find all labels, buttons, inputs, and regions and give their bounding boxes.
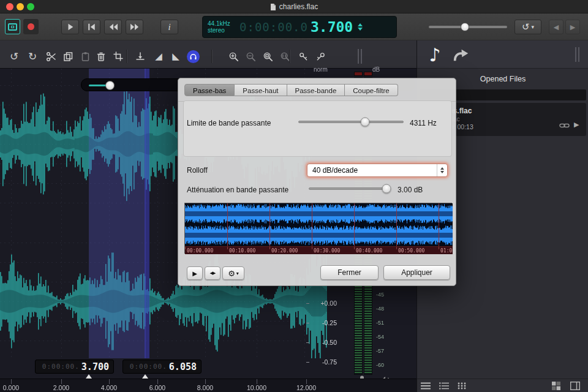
meter-label: -45 — [376, 292, 394, 298]
play-button[interactable] — [61, 20, 79, 34]
time-ruler[interactable]: 0.0002.0004.0006.0008.00010.00012.000 — [0, 379, 417, 392]
info-icon: i — [168, 22, 170, 32]
detail-view-icon[interactable] — [439, 382, 449, 390]
file-play-icon[interactable]: ▶ — [574, 121, 579, 129]
scissors-icon — [46, 51, 56, 62]
meter-label: -48 — [376, 306, 394, 312]
filter-params-group — [183, 100, 452, 157]
panel-status-bar — [417, 379, 588, 392]
files-tab[interactable]: ♪ — [424, 42, 445, 67]
zoom-fit-icon — [263, 51, 273, 62]
selection-marker-start[interactable] — [86, 374, 92, 379]
preview-timeline-label: 01:0 — [440, 248, 452, 254]
panel-layout-icon[interactable] — [570, 382, 580, 390]
zoom-selection-button[interactable] — [277, 48, 293, 64]
actions-tab[interactable] — [449, 43, 471, 67]
preview-settings-button[interactable]: ⚙▾ — [222, 266, 244, 280]
time-format-button[interactable] — [358, 23, 363, 31]
misc-tool-button-2[interactable] — [312, 48, 328, 64]
ruler-label: 4.000 — [101, 384, 117, 391]
bandwidth-slider-knob[interactable] — [361, 118, 370, 127]
tab-passe-haut[interactable]: Passe-haut — [235, 84, 287, 96]
redo-button[interactable]: ↻ — [24, 48, 40, 64]
preview-panel: 00:00.00000:10.00000:20.00000:30.00000:4… — [184, 203, 452, 254]
window-title: charlies.flac — [279, 2, 318, 11]
rolloff-stepper[interactable] — [437, 164, 447, 176]
list-view-icon[interactable] — [421, 382, 431, 390]
zoom-out-button[interactable] — [243, 48, 258, 64]
rolloff-value: 40 dB/decade — [307, 166, 437, 175]
normalize-button[interactable] — [132, 48, 148, 64]
back-button[interactable]: ◀ — [549, 20, 564, 34]
volume-slider-thumb[interactable] — [461, 23, 469, 31]
zoom-in-button[interactable] — [225, 48, 241, 64]
forward-button[interactable]: ▶ — [565, 20, 580, 34]
key-tool-icon — [299, 52, 308, 61]
ocenaudio-window: charlies.flac i 44.1kHz stereo 0:00:00.0… — [0, 0, 588, 392]
paste-button[interactable] — [77, 48, 93, 64]
fast-forward-button[interactable] — [126, 20, 143, 34]
record-button[interactable] — [23, 19, 39, 34]
bandwidth-label: Limite de bande passante — [187, 119, 271, 127]
clip-led-right — [364, 72, 372, 76]
undo-button[interactable]: ↺ — [6, 48, 22, 64]
preview-waveform-canvas[interactable] — [185, 203, 453, 246]
volume-slider[interactable] — [429, 26, 507, 28]
preview-timeline-label: 00:00.000 — [187, 248, 213, 254]
ruler-label: 12.000 — [296, 384, 316, 391]
zoom-selection-icon — [280, 51, 290, 62]
skip-start-icon — [87, 23, 96, 31]
pan-knob[interactable] — [105, 81, 115, 90]
settings-caret-icon: ▾ — [236, 271, 239, 276]
info-button[interactable]: i — [160, 20, 178, 34]
crop-button[interactable] — [110, 48, 126, 64]
fade-out-button[interactable]: ◣ — [168, 48, 184, 64]
rolloff-dropdown[interactable]: 40 dB/decade — [307, 164, 448, 177]
dialog-tabs: Passe-basPasse-hautPasse-bandeCoupe-filt… — [184, 84, 398, 96]
rewind-button[interactable] — [104, 20, 122, 34]
clip-led-left — [354, 72, 363, 76]
axis-tick — [306, 362, 309, 363]
tab-passe-bas[interactable]: Passe-bas — [184, 84, 235, 96]
panel-drag-handle[interactable] — [575, 47, 579, 62]
attenuation-value: 3.00 dB — [398, 186, 423, 194]
tab-passe-bande[interactable]: Passe-bande — [287, 84, 345, 96]
time-display-panel: 44.1kHz stereo 0:00:00.0 3.700 — [202, 16, 397, 38]
crop-icon — [113, 51, 123, 61]
cut-button[interactable] — [43, 48, 59, 64]
preview-loop-button[interactable]: ◀▶ — [205, 266, 221, 280]
selection-mode-button[interactable] — [5, 19, 20, 34]
document-icon — [270, 3, 276, 11]
misc-tool-button-1[interactable] — [295, 48, 311, 64]
selection-start-display: 0:00:00. 3.700 — [35, 360, 114, 374]
preview-timeline: 00:00.00000:10.00000:20.00000:30.00000:4… — [185, 246, 453, 254]
bandwidth-slider[interactable] — [298, 121, 404, 123]
apply-button[interactable]: Appliquer — [383, 265, 450, 280]
selection-marker-end[interactable] — [142, 374, 148, 379]
selection-cursor[interactable] — [145, 69, 149, 358]
preview-tick — [270, 247, 270, 249]
selection-overlay[interactable] — [89, 69, 146, 358]
tab-coupe-filtre[interactable]: Coupe-filtre — [345, 84, 398, 96]
delete-button[interactable] — [93, 48, 109, 64]
fade-in-button[interactable]: ◢ — [151, 48, 167, 64]
grid-view-icon[interactable] — [458, 382, 466, 390]
ruler-tick — [11, 379, 12, 384]
preview-play-icon: ▶ — [192, 270, 197, 277]
copy-button[interactable] — [60, 48, 76, 64]
ruler-tick — [257, 379, 257, 384]
preview-play-button[interactable]: ▶ — [187, 266, 203, 280]
zoom-fit-button[interactable] — [260, 48, 276, 64]
history-icon: ↺ — [522, 21, 530, 32]
history-button[interactable]: ↺ ▾ — [514, 20, 541, 34]
skip-start-button[interactable] — [83, 20, 100, 34]
music-note-icon: ♪ — [429, 44, 440, 66]
toolbar-drag-handle[interactable] — [358, 49, 362, 64]
attenuation-slider[interactable] — [309, 187, 390, 190]
link-icon[interactable] — [559, 123, 570, 129]
close-dialog-button[interactable]: Fermer — [320, 265, 379, 280]
checker-icon[interactable] — [552, 382, 560, 390]
monitor-button[interactable] — [185, 48, 201, 64]
attenuation-slider-knob[interactable] — [382, 184, 391, 194]
meter-label: -54 — [376, 334, 394, 340]
